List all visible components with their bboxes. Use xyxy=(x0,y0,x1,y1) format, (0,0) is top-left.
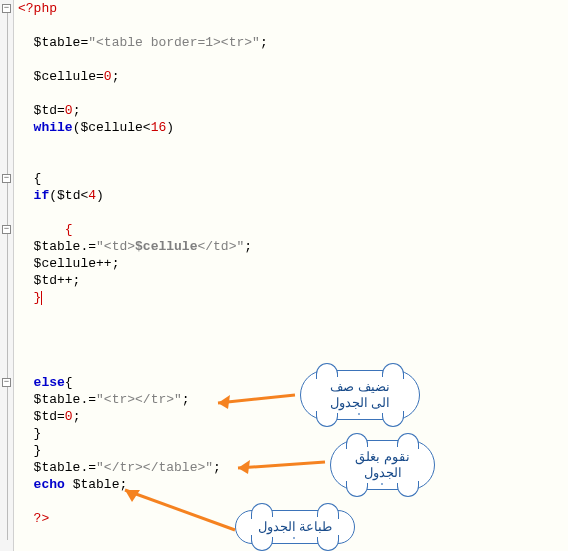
fold-toggle[interactable]: − xyxy=(2,225,11,234)
code-line: $table.="<td>$cellule</td>"; xyxy=(18,238,568,255)
fold-toggle[interactable]: − xyxy=(2,378,11,387)
code-line: $td=0; xyxy=(18,408,568,425)
text-cursor xyxy=(41,291,42,305)
code-line: while($cellule<16) xyxy=(18,119,568,136)
code-line: <?php xyxy=(18,0,568,17)
code-line: echo $table; xyxy=(18,476,568,493)
code-line: else{ xyxy=(18,374,568,391)
code-line: $cellule=0; xyxy=(18,68,568,85)
code-line: $cellule++; xyxy=(18,255,568,272)
code-line: } xyxy=(18,442,568,459)
fold-toggle[interactable]: − xyxy=(2,4,11,13)
code-editor[interactable]: <?php $table="<table border=1><tr>"; $ce… xyxy=(14,0,568,551)
annotation-cloud-1: نضيف صف الى الجدول xyxy=(300,370,420,420)
code-line: { xyxy=(18,221,568,238)
code-line: $td++; xyxy=(18,272,568,289)
fold-gutter: − − − − xyxy=(0,0,14,551)
code-line: if($td<4) xyxy=(18,187,568,204)
annotation-cloud-2: نقوم بغلق الجدول xyxy=(330,440,435,490)
code-line: } xyxy=(18,289,568,306)
code-line: $table="<table border=1><tr>"; xyxy=(18,34,568,51)
code-line: } xyxy=(18,425,568,442)
code-line: $table.="<tr></tr>"; xyxy=(18,391,568,408)
code-line: $table.="</tr></table>"; xyxy=(18,459,568,476)
code-line: $td=0; xyxy=(18,102,568,119)
code-line: { xyxy=(18,170,568,187)
annotation-cloud-3: طباعة الجدول xyxy=(235,510,355,544)
fold-toggle[interactable]: − xyxy=(2,174,11,183)
